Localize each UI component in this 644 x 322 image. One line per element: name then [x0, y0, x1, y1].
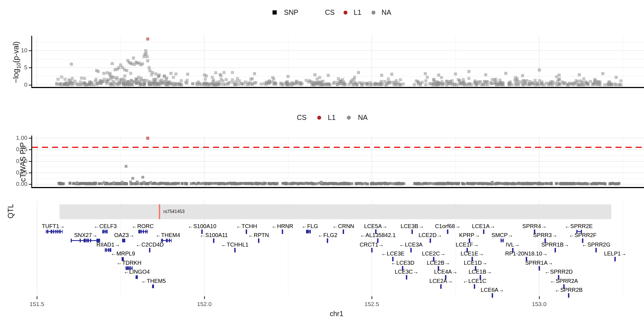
x-tick-label: 153.0 — [528, 301, 550, 307]
snp-point — [548, 82, 551, 85]
snp-point — [123, 74, 126, 77]
snp-point — [398, 83, 401, 86]
pip-point — [495, 182, 498, 185]
snp-point — [154, 72, 157, 75]
gene-body-tick — [149, 248, 150, 252]
gene-label: OAZ3→ — [114, 232, 134, 238]
snp-point — [336, 83, 339, 86]
snp-point — [253, 72, 256, 75]
gene-label: ←SPRR2G — [582, 242, 610, 248]
gene-exon — [501, 239, 502, 242]
gene-body-tick — [595, 248, 597, 252]
snp-point — [366, 83, 369, 86]
pip-point — [223, 183, 226, 185]
snp-point — [380, 83, 383, 86]
snp-point — [116, 82, 119, 85]
gene-exon — [136, 275, 138, 279]
pip-point — [555, 182, 558, 185]
pip-point — [131, 177, 134, 180]
snp-point — [55, 83, 58, 86]
pip-point — [564, 182, 567, 185]
pip-point — [457, 182, 460, 185]
snp-point — [152, 78, 155, 81]
snp-point — [393, 82, 396, 85]
y-tick-label: 0 — [16, 81, 27, 88]
pip-point — [166, 182, 169, 185]
gene-label: SPRR1A→ — [525, 260, 553, 266]
snp-point — [508, 82, 512, 85]
gene-body-endcap — [62, 230, 63, 233]
gene-exon — [103, 230, 104, 233]
snp-point — [494, 78, 497, 81]
pip-point — [599, 182, 602, 185]
snp-point — [225, 78, 228, 81]
pip-point — [295, 182, 298, 185]
pip-point — [247, 182, 250, 185]
gene-label: KPRP→ — [459, 232, 480, 238]
grid-x-minor — [623, 201, 623, 296]
snp-point — [390, 73, 393, 76]
snp-point — [143, 79, 146, 82]
pip-point — [320, 181, 323, 184]
x-tick-label: 152.0 — [193, 301, 216, 307]
snp-point — [522, 83, 525, 86]
snp-point — [97, 70, 100, 73]
gene-label: ←S100A11 — [200, 232, 228, 238]
y-tick-label: 0.25 — [12, 169, 27, 176]
snp-point — [504, 72, 507, 75]
snp-point — [575, 79, 578, 82]
snp-point — [484, 73, 487, 76]
pip-point — [610, 182, 613, 185]
gene-exon — [152, 285, 154, 288]
grid-y-major — [32, 138, 644, 138]
snp-point — [369, 83, 372, 86]
pip-point — [129, 181, 132, 183]
snp-point — [515, 79, 518, 82]
gene-exon — [141, 230, 142, 233]
gene-label: ←RORC — [132, 223, 154, 229]
snp-point — [220, 78, 223, 81]
pip-point — [511, 183, 514, 185]
snp-point — [589, 80, 592, 83]
gene-label: ←TCHHL1 — [221, 242, 248, 248]
pip-point — [401, 182, 404, 185]
snp-point — [540, 82, 543, 85]
snp-point — [337, 77, 340, 80]
snp-point — [483, 80, 486, 83]
gene-body-tick — [327, 238, 328, 243]
gene-exon — [90, 239, 91, 242]
y-tick-mark — [29, 50, 31, 51]
grid-y-minor — [32, 167, 644, 167]
gene-body-tick — [246, 229, 247, 234]
snp-point — [143, 82, 146, 85]
qtl-region-band — [60, 204, 611, 219]
pip-point — [550, 182, 553, 184]
pip-point — [333, 183, 335, 185]
snp-point — [614, 82, 617, 86]
snp-point — [499, 82, 502, 86]
gene-label: ←SPRR2A — [550, 278, 578, 284]
snp-point — [287, 75, 290, 78]
snp-point — [158, 74, 161, 77]
pip-point — [575, 182, 578, 185]
gene-label: ←LINGO4 — [124, 269, 150, 275]
gene-exon — [122, 239, 125, 242]
grid-y-major — [32, 50, 644, 51]
snp-point — [432, 78, 435, 81]
gene-exon — [306, 230, 309, 233]
gene-label: ←AL135842.1 — [360, 232, 396, 238]
snp-point — [285, 81, 288, 84]
pip-point — [572, 182, 575, 185]
snp-point — [387, 77, 390, 80]
snp-point — [591, 83, 594, 86]
pip-point — [315, 182, 318, 185]
snp-point — [424, 83, 427, 86]
pip-point — [449, 182, 451, 185]
x-tick-mark — [539, 296, 540, 299]
gene-label: ←LCE3E — [381, 250, 404, 257]
pip-point-cs-l1 — [146, 137, 149, 140]
snp-point — [222, 71, 226, 74]
gene-exon — [57, 230, 58, 233]
snp-point — [562, 81, 565, 84]
snp-point — [179, 83, 183, 86]
